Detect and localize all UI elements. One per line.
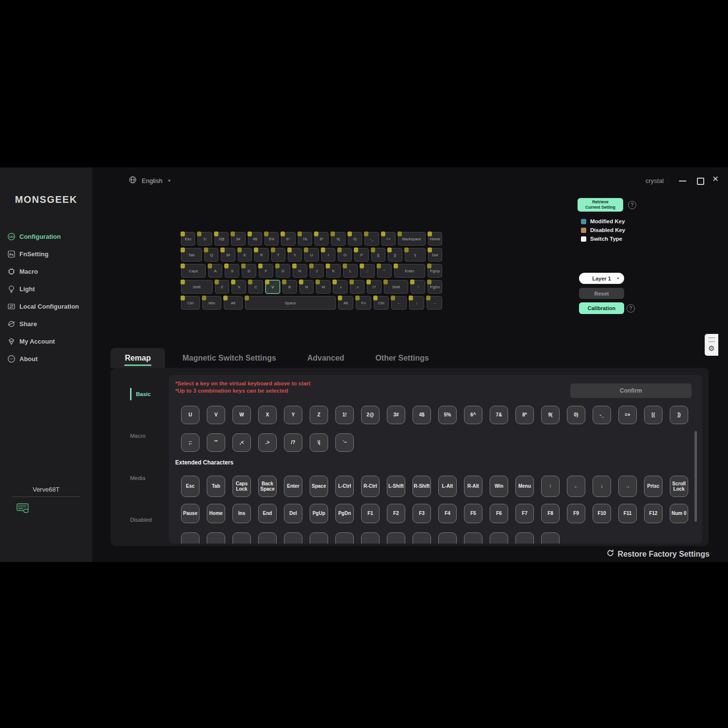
virtual-key-shift[interactable]: Shift [181,280,213,294]
remap-key-symbol[interactable]: → [618,476,637,497]
virtual-key-symbol[interactable]: ↓ [409,296,425,310]
virtual-key-backspace[interactable]: Backspace [398,232,426,246]
virtual-key-9[interactable]: 9( [331,232,345,246]
virtual-key-symbol[interactable]: ]} [388,248,402,262]
remap-key-l-alt[interactable]: L-Alt [438,476,457,497]
virtual-key-4[interactable]: 4$ [248,232,262,246]
virtual-key-symbol[interactable]: \| [405,248,426,262]
virtual-key-pgup[interactable]: PgUp [428,264,442,278]
remap-key-f6[interactable]: F6 [490,504,508,523]
remap-key-scroll-lock[interactable]: Scroll Lock [670,476,688,497]
remap-key-clipped[interactable] [335,532,354,544]
maximize-button[interactable] [697,178,704,185]
virtual-key-z[interactable]: Z [215,280,230,294]
virtual-key-home[interactable]: Home [428,232,442,246]
remap-key-home[interactable]: Home [207,504,225,523]
virtual-key-3[interactable]: 3# [231,232,245,246]
remap-key-r-shift[interactable]: R-Shift [413,476,431,497]
sidebar-item-my-account[interactable]: My Account [0,332,92,350]
remap-key-w[interactable]: W [232,406,251,424]
remap-key-f5[interactable]: F5 [464,504,482,523]
virtual-key-d[interactable]: D [242,264,256,278]
virtual-key-5[interactable]: 5% [265,232,279,246]
sidebar-item-local-configuration[interactable]: Local Configuration [0,298,92,315]
remap-key-tab[interactable]: Tab [207,476,225,497]
virtual-key-pgdn[interactable]: PgDn [428,280,442,294]
remap-key-7[interactable]: 7& [490,406,508,424]
virtual-key-symbol[interactable]: ;: [360,264,375,278]
sidebar-item-share[interactable]: Share [0,315,92,332]
remap-side-tab-disabled[interactable]: Disabled [130,513,152,527]
remap-key-clipped[interactable] [515,532,534,544]
virtual-key-0[interactable]: 0) [348,232,362,246]
remap-key-z[interactable]: Z [310,406,328,424]
virtual-key-symbol[interactable]: ← [391,296,407,310]
tab-other-settings[interactable]: Other Settings [375,354,429,363]
reset-button[interactable]: Reset [579,288,624,299]
remap-side-tab-basic[interactable]: Basic [130,387,151,401]
remap-key-win[interactable]: Win [490,476,508,497]
confirm-button[interactable]: Confirm [570,383,692,398]
remap-key-2[interactable]: 2@ [361,406,380,424]
help-icon[interactable]: ? [628,201,636,209]
virtual-key-8[interactable]: 8* [314,232,329,246]
sidebar-item-about[interactable]: About [0,350,92,367]
remap-key-f7[interactable]: F7 [515,504,534,523]
remap-key-4[interactable]: 4$ [413,406,431,424]
virtual-key-space[interactable]: Space [245,296,336,310]
remap-key-symbol[interactable]: ↑ [541,476,560,497]
remap-key-pause[interactable]: Pause [181,504,199,523]
virtual-key-ctrl[interactable]: Ctrl [181,296,200,310]
remap-key-symbol[interactable]: ↓ [593,476,611,497]
remap-key-symbol[interactable]: \| [310,433,328,452]
virtual-key-win[interactable]: Win [202,296,221,310]
sidebar-item-light[interactable]: Light [0,280,92,298]
virtual-key-j[interactable]: J [310,264,324,278]
remap-key-enter[interactable]: Enter [284,476,302,497]
remap-key-f9[interactable]: F9 [567,504,585,523]
tab-magnetic-switch-settings[interactable]: Magnetic Switch Settings [182,354,276,363]
remap-key-clipped[interactable] [413,532,431,544]
remap-key-0[interactable]: 0) [567,406,585,424]
virtual-key-ctrl[interactable]: Ctrl [374,296,389,310]
virtual-key-e[interactable]: E [238,248,252,262]
close-button[interactable]: × [712,174,718,183]
layer-select[interactable]: Layer 1 ▼ [579,273,624,284]
remap-key-symbol[interactable]: /? [284,433,302,452]
virtual-key-h[interactable]: H [293,264,307,278]
sidebar-item-macro[interactable]: Macro [0,263,92,280]
virtual-key-symbol[interactable]: .> [350,280,364,294]
remap-key-f2[interactable]: F2 [387,504,405,523]
remap-key-ins[interactable]: Ins [232,504,251,523]
settings-drawer-tab[interactable]: ⚙ [705,334,718,356]
remap-key-end[interactable]: End [258,504,277,523]
remap-key-f4[interactable]: F4 [438,504,457,523]
virtual-key-fn[interactable]: Fn [356,296,371,310]
calibration-button[interactable]: Calibration [579,302,624,314]
remap-side-tab-media[interactable]: Media [130,471,145,485]
virtual-key-s[interactable]: S [225,264,239,278]
remap-key-y[interactable]: Y [284,406,302,424]
language-selector[interactable]: English ▼ [129,176,171,185]
remap-key-clipped[interactable] [310,532,328,544]
sidebar-item-fnsetting[interactable]: FnFnSetting [0,245,92,263]
remap-key-caps-lock[interactable]: Caps Lock [232,476,251,497]
remap-key-symbol[interactable]: ← [567,476,585,497]
remap-key-r-alt[interactable]: R-Alt [464,476,482,497]
minimize-button[interactable] [679,181,686,182]
virtual-key-r[interactable]: R [254,248,268,262]
remap-key-symbol[interactable]: [{ [644,406,662,424]
remap-key-space[interactable]: Space [310,476,328,497]
remap-key-menu[interactable]: Menu [515,476,534,497]
remap-key-clipped[interactable] [438,532,457,544]
virtual-key-u[interactable]: U [304,248,318,262]
remap-key-clipped[interactable] [361,532,380,544]
virtual-key-x[interactable]: X [232,280,246,294]
virtual-key-symbol[interactable]: ,< [333,280,347,294]
remap-key-pgdn[interactable]: PgDn [335,504,354,523]
remap-key-num-0[interactable]: Num 0 [670,504,688,523]
remap-key-3[interactable]: 3# [387,406,405,424]
virtual-key-c[interactable]: C [248,280,263,294]
virtual-key-alt[interactable]: Alt [224,296,243,310]
remap-key-l-shift[interactable]: L-Shift [387,476,405,497]
